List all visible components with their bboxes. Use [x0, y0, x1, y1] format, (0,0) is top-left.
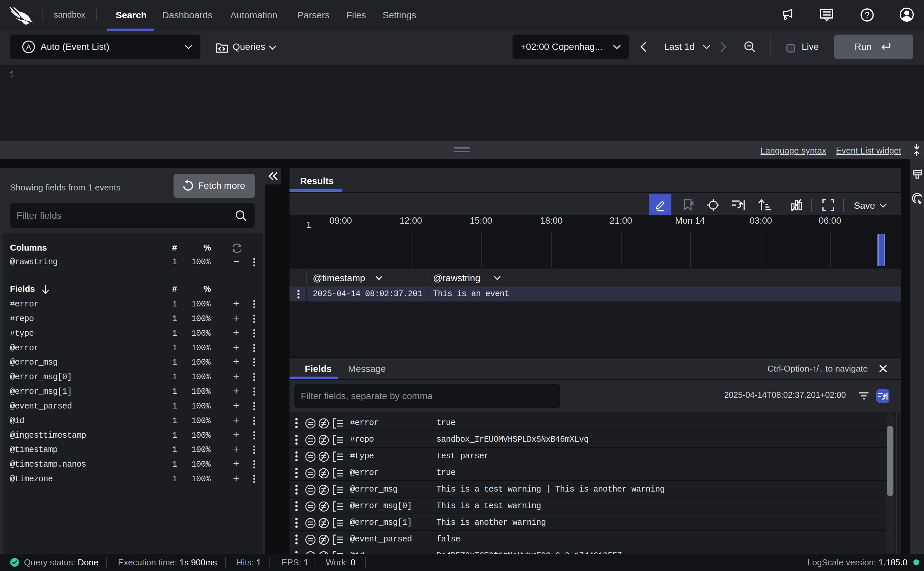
svg-text:A: A: [26, 43, 31, 51]
svg-text:?: ?: [865, 10, 870, 20]
